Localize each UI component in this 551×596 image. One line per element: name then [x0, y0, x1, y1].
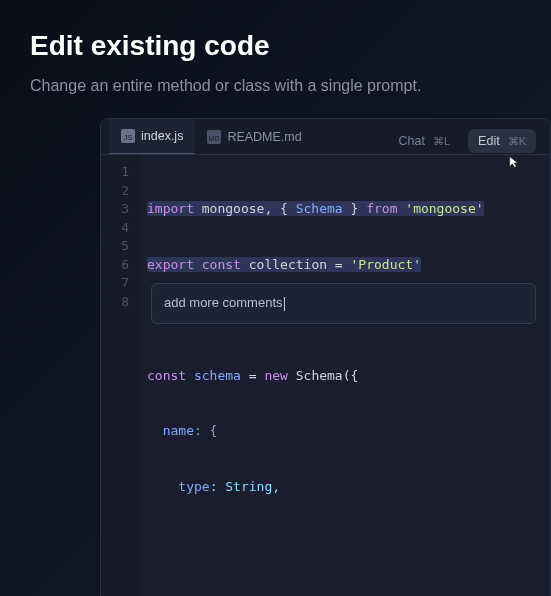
tab-label: README.md: [227, 130, 301, 144]
svg-text:MD: MD: [209, 134, 220, 141]
line-number: 4: [115, 219, 129, 238]
line-number: 1: [115, 163, 129, 182]
code-line: [147, 533, 538, 552]
tab-index-js[interactable]: JS index.js: [109, 119, 195, 154]
code-line: type: String,: [147, 478, 538, 497]
line-gutter: 1 2 3 4 5 6 7 8: [101, 155, 139, 596]
page-title: Edit existing code: [30, 30, 521, 62]
tab-readme[interactable]: MD README.md: [195, 119, 313, 154]
code-line: name: {: [147, 422, 538, 441]
line-number: 6: [115, 256, 129, 275]
chat-shortcut: ⌘L: [433, 135, 450, 148]
svg-text:JS: JS: [123, 133, 132, 142]
tab-label: index.js: [141, 129, 183, 143]
text-cursor-icon: [284, 297, 285, 311]
line-number: 3: [115, 200, 129, 219]
prompt-text: add more comments: [164, 295, 283, 310]
chat-label: Chat: [399, 134, 425, 148]
header: Edit existing code Change an entire meth…: [0, 0, 551, 118]
inline-prompt-input[interactable]: add more comments: [151, 283, 536, 324]
edit-label: Edit: [478, 134, 500, 148]
action-pills: Chat ⌘L Edit ⌘K: [389, 129, 536, 153]
js-file-icon: JS: [121, 129, 135, 143]
line-number: 7: [115, 274, 129, 293]
mouse-cursor-icon: [508, 155, 522, 169]
code-line: export const collection = 'Product': [147, 256, 538, 275]
edit-button[interactable]: Edit ⌘K: [468, 129, 536, 153]
md-file-icon: MD: [207, 130, 221, 144]
page-subtitle: Change an entire method or class with a …: [30, 74, 521, 98]
editor-before: JS index.js MD README.md Chat ⌘L Edit ⌘K…: [100, 118, 551, 596]
code-line: [147, 589, 538, 597]
code-line: import mongoose, { Schema } from 'mongoo…: [147, 200, 538, 219]
code-lines[interactable]: import mongoose, { Schema } from 'mongoo…: [139, 155, 550, 596]
line-number: 2: [115, 182, 129, 201]
line-number: 8: [115, 293, 129, 312]
code-area[interactable]: 1 2 3 4 5 6 7 8 import mongoose, { Schem…: [101, 155, 550, 596]
code-line: const schema = new Schema({: [147, 367, 538, 386]
edit-shortcut: ⌘K: [508, 135, 526, 148]
line-number: 5: [115, 237, 129, 256]
chat-button[interactable]: Chat ⌘L: [389, 129, 461, 153]
